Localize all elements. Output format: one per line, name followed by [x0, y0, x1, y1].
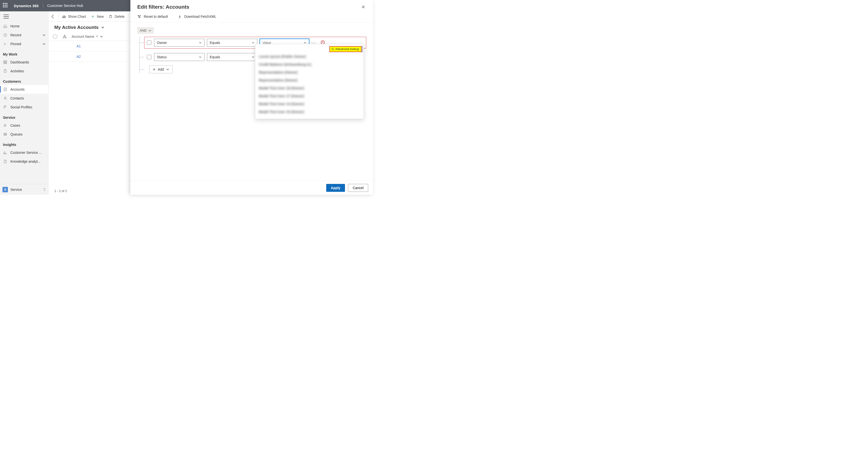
value-dropdown: Advanced lookup Lorem ipsum (Public Owne… — [255, 44, 364, 119]
nav-label: Customer Service ... — [10, 151, 46, 155]
svg-rect-8 — [4, 133, 7, 134]
nav-section-mywork: My Work — [0, 48, 48, 58]
updown-icon — [43, 188, 46, 191]
condition-checkbox[interactable] — [147, 55, 151, 59]
reset-to-default-button[interactable]: Reset to default — [137, 14, 168, 19]
divider — [58, 13, 59, 20]
person-icon — [3, 96, 7, 100]
show-chart-button[interactable]: Show Chart — [60, 11, 88, 22]
action-label: Download FetchXML — [184, 14, 216, 19]
apply-button[interactable]: Apply — [326, 184, 345, 192]
nav-label: Dashboards — [10, 60, 46, 64]
app-launcher-icon[interactable] — [3, 3, 8, 8]
nav-item-knowledge[interactable]: Knowledge analyt... — [0, 157, 48, 166]
svg-point-7 — [4, 97, 6, 98]
svg-rect-10 — [62, 17, 63, 18]
area-switcher[interactable]: S Service — [0, 184, 48, 195]
nav-label: Cases — [10, 123, 46, 127]
sort-asc-icon — [96, 35, 98, 38]
hamburger-icon[interactable] — [3, 14, 9, 19]
svg-rect-13 — [64, 35, 65, 36]
svg-rect-12 — [65, 16, 65, 18]
home-icon — [3, 24, 7, 28]
column-label: Account Name — [72, 35, 94, 38]
chart-icon — [62, 14, 66, 19]
queue-icon — [3, 132, 7, 136]
nav-item-recent[interactable]: Recent — [0, 31, 48, 39]
nav-item-social[interactable]: Social Profiles — [0, 103, 48, 111]
hub-name: Customer Service Hub — [47, 4, 83, 8]
chevron-down-icon[interactable] — [101, 26, 104, 29]
panel-title: Edit filters: Accounts — [137, 4, 360, 10]
nav-label: Activities — [10, 69, 46, 73]
chevron-down-icon — [42, 42, 46, 46]
nav-item-queues[interactable]: Queues — [0, 130, 48, 139]
group-op-label: AND — [140, 29, 147, 32]
nav-item-pinned[interactable]: Pinned — [0, 39, 48, 48]
nav-item-csperf[interactable]: Customer Service ... — [0, 148, 48, 157]
back-button[interactable] — [50, 13, 56, 20]
condition-checkbox[interactable] — [147, 40, 151, 45]
nav-scroll[interactable]: Home Recent Pinned My Work Dashboards — [0, 22, 48, 184]
svg-rect-11 — [64, 15, 64, 18]
add-condition-button[interactable]: Add — [149, 65, 173, 73]
action-label: Reset to default — [144, 14, 168, 19]
nav-item-activities[interactable]: Activities — [0, 67, 48, 75]
select-all[interactable] — [53, 34, 58, 39]
left-nav: Home Recent Pinned My Work Dashboards — [0, 11, 49, 195]
grid-status: 1 - 2 of 2 — [54, 189, 67, 193]
cancel-button[interactable]: Cancel — [348, 184, 368, 192]
view-title[interactable]: My Active Accounts — [54, 25, 98, 30]
nav-item-accounts[interactable]: Accounts — [0, 85, 48, 94]
field-select[interactable]: Owner — [154, 39, 205, 47]
edit-filters-panel: Edit filters: Accounts Reset to default … — [130, 0, 373, 195]
new-button[interactable]: New — [88, 11, 106, 22]
building-icon — [3, 87, 7, 92]
chevron-down-icon — [42, 33, 46, 37]
svg-rect-9 — [4, 134, 7, 135]
nav-label: Contacts — [10, 96, 46, 100]
nav-item-dashboards[interactable]: Dashboards — [0, 58, 48, 67]
svg-rect-1 — [4, 61, 5, 62]
trash-icon — [108, 14, 113, 19]
nav-collapse-row — [0, 11, 48, 22]
plus-icon — [152, 68, 156, 71]
cmd-label: Delete — [115, 14, 124, 19]
nav-item-contacts[interactable]: Contacts — [0, 94, 48, 103]
brand-name: Dynamics 365 — [14, 4, 38, 8]
clipboard-icon — [3, 69, 7, 73]
operator-select[interactable]: Equals — [207, 53, 257, 61]
svg-rect-3 — [4, 62, 5, 64]
cmd-label: Show Chart — [68, 14, 86, 19]
nav-section-service: Service — [0, 111, 48, 121]
area-tile: S — [2, 187, 8, 192]
svg-rect-14 — [63, 37, 64, 38]
nav-section-insights: Insights — [0, 139, 48, 148]
nav-item-cases[interactable]: Cases — [0, 121, 48, 130]
field-select[interactable]: Status — [154, 53, 205, 61]
pin-icon — [3, 42, 7, 46]
group-operator-chip[interactable]: AND — [137, 27, 154, 34]
nav-label: Recent — [10, 33, 42, 37]
svg-rect-6 — [4, 88, 6, 91]
panel-footer: Apply Cancel — [130, 181, 373, 195]
nav-label: Queues — [10, 132, 46, 136]
close-button[interactable] — [360, 4, 366, 11]
nav-label: Knowledge analyt... — [10, 159, 46, 163]
flag-icon — [3, 105, 7, 109]
operator-select[interactable]: Equals — [207, 39, 257, 47]
svg-rect-15 — [65, 37, 66, 38]
nav-item-home[interactable]: Home — [0, 22, 48, 31]
nav-label: Social Profiles — [10, 105, 46, 109]
account-link[interactable]: A1 — [76, 44, 81, 48]
download-icon — [178, 14, 182, 19]
svg-rect-5 — [4, 70, 6, 72]
delete-button[interactable]: Delete — [106, 11, 127, 22]
hierarchy-icon[interactable] — [62, 35, 67, 38]
account-link[interactable]: A2 — [76, 55, 81, 59]
download-fetchxml-button[interactable]: Download FetchXML — [178, 14, 216, 19]
chart-icon — [3, 150, 7, 155]
area-label: Service — [10, 188, 43, 192]
wrench-icon — [3, 123, 7, 128]
chevron-down-icon — [148, 29, 151, 32]
